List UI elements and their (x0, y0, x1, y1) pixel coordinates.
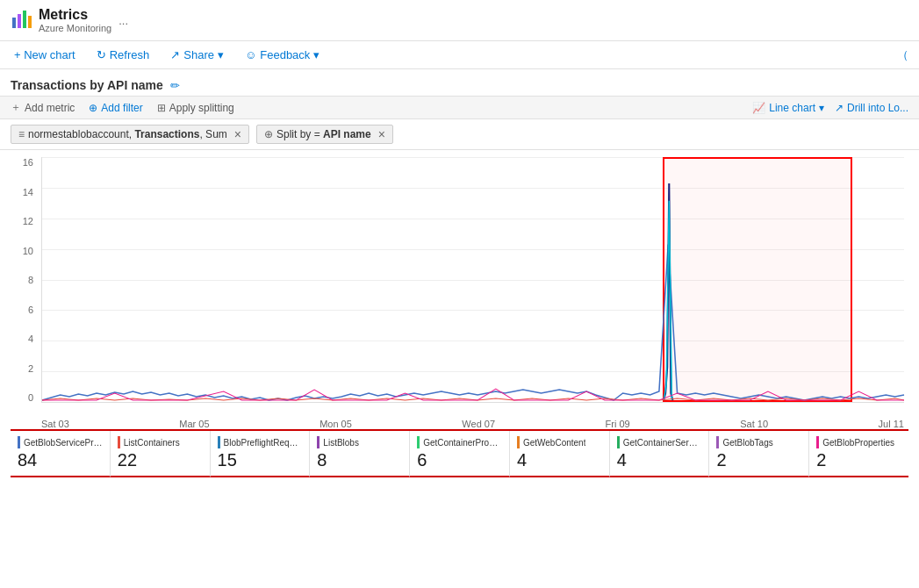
feedback-button[interactable]: ☺ Feedback ▾ (241, 47, 323, 63)
line-chart-button[interactable]: 📈 Line chart ▾ (752, 102, 824, 114)
chart-title: Transactions by API name (11, 78, 163, 92)
x-label-sat03: Sat 03 (41, 419, 69, 429)
x-label-sat10: Sat 10 (740, 419, 768, 429)
svg-rect-1 (18, 14, 21, 28)
add-metric-icon: ＋ (11, 100, 21, 115)
edit-title-icon[interactable]: ✏ (170, 79, 180, 92)
chart-controls-right: 📈 Line chart ▾ ↗ Drill into Lo... (752, 102, 908, 114)
legend-color-5 (517, 436, 520, 448)
legend-color-2 (218, 436, 220, 448)
y-label-2: 2 (28, 363, 33, 374)
chart-area: 16 14 12 10 8 6 4 2 0 (0, 150, 919, 429)
x-label-wed07: Wed 07 (462, 419, 495, 429)
chart-title-bar: Transactions by API name ✏ (0, 69, 919, 96)
legend-header-8: GetBlobProperties (816, 436, 901, 448)
legend-name-1: ListContainers (124, 438, 180, 448)
metric-pill-label: normestablobaccount, Transactions, Sum (28, 128, 227, 140)
y-axis: 16 14 12 10 8 6 4 2 0 (11, 157, 37, 403)
legend-card-0: GetBlobServiceProper... 84 (11, 431, 111, 477)
legend-name-7: GetBlobTags (722, 438, 772, 448)
app-subtitle: Azure Monitoring (39, 23, 111, 33)
legend-header-7: GetBlobTags (716, 436, 801, 448)
app-title: Metrics (39, 7, 111, 23)
toolbar: + New chart ↻ Refresh ↗ Share ▾ ☺ Feedba… (0, 41, 919, 69)
chart-controls-left: ＋ Add metric ⊕ Add filter ⊞ Apply splitt… (11, 100, 234, 115)
legend-color-8 (816, 436, 819, 448)
split-pill-close[interactable]: × (378, 128, 385, 140)
share-chevron-icon: ▾ (218, 48, 224, 61)
legend-header-1: ListContainers (118, 436, 203, 448)
line-chart-chevron: ▾ (819, 102, 824, 114)
legend-name-0: GetBlobServiceProper... (24, 438, 103, 448)
legend-card-3: ListBlobs 8 (310, 431, 410, 477)
legend-card-2: BlobPreflightRequest 15 (211, 431, 311, 477)
header-ellipsis-button[interactable]: ... (118, 14, 128, 27)
legend-value-8: 2 (816, 450, 901, 470)
metric-pill-close[interactable]: × (234, 128, 241, 140)
legend-header-3: ListBlobs (317, 436, 402, 448)
split-pill[interactable]: ⊕ Split by = API name × (256, 125, 393, 144)
legend-name-4: GetContainerProperties (423, 438, 502, 448)
share-button[interactable]: ↗ Share ▾ (167, 47, 227, 63)
chart-controls: ＋ Add metric ⊕ Add filter ⊞ Apply splitt… (0, 96, 919, 119)
legend-value-1: 22 (118, 450, 203, 470)
legend-header-2: BlobPreflightRequest (218, 436, 303, 448)
app-icon (11, 9, 32, 32)
y-label-6: 6 (28, 305, 33, 315)
legend-card-7: GetBlobTags 2 (709, 431, 809, 477)
chart-svg (42, 157, 904, 402)
legend-header-4: GetContainerProperties (417, 436, 502, 448)
apply-splitting-button[interactable]: ⊞ Apply splitting (157, 102, 234, 114)
chart-plot (41, 157, 904, 403)
legend-card-5: GetWebContent 4 (510, 431, 610, 477)
y-label-14: 14 (23, 187, 33, 197)
feedback-icon: ☺ (245, 48, 256, 61)
legend-name-5: GetWebContent (523, 438, 586, 448)
legend-value-0: 84 (18, 450, 103, 470)
chart-wrapper: 16 14 12 10 8 6 4 2 0 (11, 157, 908, 429)
legend-color-6 (617, 436, 620, 448)
legend-value-7: 2 (716, 450, 801, 470)
refresh-icon: ↻ (97, 48, 106, 61)
refresh-button[interactable]: ↻ Refresh (93, 47, 154, 63)
x-label-jul11: Jul 11 (879, 419, 904, 429)
legend-value-4: 6 (417, 450, 502, 470)
y-label-0: 0 (28, 392, 33, 403)
y-label-8: 8 (28, 275, 33, 285)
legend-value-2: 15 (218, 450, 303, 470)
app-header: Metrics Azure Monitoring ... (0, 0, 919, 41)
add-filter-button[interactable]: ⊕ Add filter (89, 102, 142, 114)
metric-pill-icon: ≡ (18, 128, 25, 140)
x-label-mon05: Mon 05 (319, 419, 352, 429)
legend-card-6: GetContainerServiceM... 4 (610, 431, 710, 477)
line-chart-icon: 📈 (752, 102, 765, 114)
legend-color-3 (317, 436, 319, 448)
legend-card-1: ListContainers 22 (111, 431, 211, 477)
legend-color-4 (417, 436, 420, 448)
new-chart-button[interactable]: + New chart (11, 47, 79, 63)
feedback-chevron-icon: ▾ (313, 48, 319, 61)
metric-pill[interactable]: ≡ normestablobaccount, Transactions, Sum… (11, 125, 249, 144)
y-label-12: 12 (23, 216, 33, 226)
x-label-mar05: Mar 05 (179, 419, 209, 429)
legend-card-4: GetContainerProperties 6 (410, 431, 510, 477)
y-label-10: 10 (23, 246, 33, 256)
add-metric-button[interactable]: ＋ Add metric (11, 100, 75, 115)
apply-splitting-icon: ⊞ (157, 102, 166, 114)
legend-name-2: BlobPreflightRequest (224, 438, 303, 448)
right-collapse-btn[interactable]: （ (897, 47, 908, 63)
split-pill-icon: ⊕ (264, 128, 273, 140)
legend-header-0: GetBlobServiceProper... (18, 436, 103, 448)
y-label-16: 16 (23, 157, 33, 168)
legend-color-1 (118, 436, 120, 448)
legend-card-8: GetBlobProperties 2 (809, 431, 908, 477)
x-label-fri09: Fri 09 (606, 419, 630, 429)
svg-rect-0 (12, 18, 16, 28)
drill-into-logs-button[interactable]: ↗ Drill into Lo... (835, 102, 908, 114)
legend-name-6: GetContainerServiceM... (623, 438, 702, 448)
legend-row: GetBlobServiceProper... 84 ListContainer… (11, 429, 908, 477)
legend-name-8: GetBlobProperties (822, 438, 894, 448)
share-icon: ↗ (170, 48, 180, 61)
legend-value-3: 8 (317, 450, 402, 470)
legend-color-0 (18, 436, 20, 448)
